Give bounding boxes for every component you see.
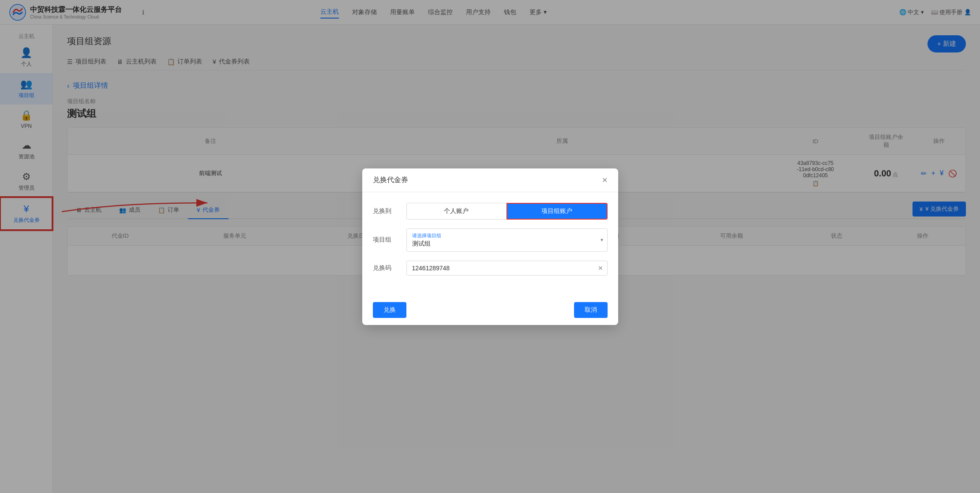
modal-footer: 兑换 取消: [362, 295, 618, 325]
exchange-cancel-btn[interactable]: 取消: [574, 302, 608, 318]
code-input-wrapper: ✕: [406, 261, 608, 276]
project-account-btn[interactable]: 项目组账户: [507, 203, 608, 220]
modal-close-btn[interactable]: ✕: [602, 176, 608, 184]
project-select-hint: 请选择项目组: [412, 232, 593, 239]
redeem-modal: 兑换代金券 ✕ 兑换到 个人账户 项目组账户 项目组 请选择项目组 测试组: [362, 168, 618, 325]
project-group-row: 项目组 请选择项目组 测试组 ▾: [373, 228, 608, 252]
modal-overlay: 兑换代金券 ✕ 兑换到 个人账户 项目组账户 项目组 请选择项目组 测试组: [0, 0, 980, 493]
project-select-value: 测试组: [412, 240, 593, 248]
project-select-wrapper: 请选择项目组 测试组 ▾: [406, 228, 608, 252]
code-input[interactable]: [406, 261, 608, 276]
exchange-to-row: 兑换到 个人账户 项目组账户: [373, 203, 608, 220]
exchange-confirm-btn[interactable]: 兑换: [373, 302, 406, 318]
personal-account-btn[interactable]: 个人账户: [406, 203, 507, 220]
exchange-to-label: 兑换到: [373, 207, 399, 215]
modal-title: 兑换代金券: [373, 176, 408, 185]
modal-body: 兑换到 个人账户 项目组账户 项目组 请选择项目组 测试组 ▾: [362, 192, 618, 295]
project-group-label: 项目组: [373, 236, 399, 244]
project-select[interactable]: 请选择项目组 测试组: [406, 228, 608, 252]
exchange-code-row: 兑换码 ✕: [373, 261, 608, 276]
account-type-group: 个人账户 项目组账户: [406, 203, 608, 220]
exchange-code-label: 兑换码: [373, 264, 399, 272]
modal-header: 兑换代金券 ✕: [362, 168, 618, 192]
code-clear-btn[interactable]: ✕: [598, 265, 603, 272]
